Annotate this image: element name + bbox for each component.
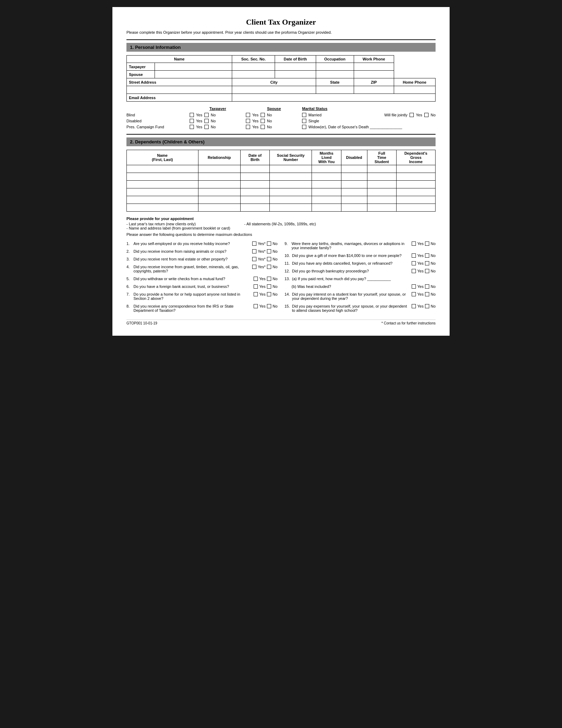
footer-code: GTOP001 10-01-19 bbox=[126, 321, 157, 325]
q3-yes-checkbox[interactable] bbox=[252, 257, 256, 261]
q8-no-checkbox[interactable] bbox=[267, 304, 271, 308]
taxpayer-ssn-input[interactable] bbox=[232, 63, 275, 71]
taxpayer-work-phone-input[interactable] bbox=[354, 63, 394, 71]
work-phone-header: Work Phone bbox=[354, 56, 394, 63]
spouse-label: Spouse bbox=[127, 71, 155, 78]
appointment-section: Please provide for your appointment - La… bbox=[126, 217, 436, 237]
q15-no-checkbox[interactable] bbox=[425, 304, 429, 308]
q8-yes-checkbox[interactable] bbox=[254, 304, 258, 308]
q12-yes-checkbox[interactable] bbox=[412, 269, 416, 273]
wfj-yes-checkbox[interactable] bbox=[410, 113, 414, 117]
q13b-no-checkbox[interactable] bbox=[425, 284, 429, 289]
spouse-pcf-no-checkbox[interactable] bbox=[261, 125, 265, 129]
section-dependents-header: 2. Dependents (Children & Others) bbox=[126, 137, 436, 146]
dep-row-5[interactable] bbox=[127, 196, 436, 204]
email-row: Email Address bbox=[127, 94, 436, 102]
dob-header: Date of Birth bbox=[275, 56, 316, 63]
q2-yes-checkbox[interactable] bbox=[252, 249, 256, 253]
married-checkbox[interactable] bbox=[302, 113, 306, 117]
dep-row-2[interactable] bbox=[127, 173, 436, 181]
q12-no-checkbox[interactable] bbox=[425, 269, 429, 273]
question-12: 12. Did you go through bankruptcy procee… bbox=[285, 269, 436, 273]
q9-no-checkbox[interactable] bbox=[425, 241, 429, 246]
state-input[interactable] bbox=[316, 86, 354, 94]
q7-no-checkbox[interactable] bbox=[267, 292, 271, 296]
spouse-blind-no-checkbox[interactable] bbox=[261, 113, 265, 117]
occupation-header: Occupation bbox=[316, 56, 354, 63]
q4-yes-checkbox[interactable] bbox=[252, 265, 256, 269]
q14-yes-checkbox[interactable] bbox=[412, 292, 416, 296]
spouse-disabled-no-checkbox[interactable] bbox=[261, 119, 265, 123]
home-phone-input[interactable] bbox=[394, 86, 435, 94]
q10-no-checkbox[interactable] bbox=[425, 253, 429, 258]
q10-yes-checkbox[interactable] bbox=[412, 253, 416, 258]
blind-row: Blind Yes No Yes No Married bbox=[126, 113, 436, 117]
address-row: Street Address City State ZIP Home Phone bbox=[127, 78, 436, 86]
taxpayer-blind-yes-checkbox[interactable] bbox=[190, 113, 194, 117]
zip-input[interactable] bbox=[354, 86, 394, 94]
appointment-item-1: - Last year's tax return (new clients on… bbox=[126, 222, 230, 226]
spouse-disabled-yes-checkbox[interactable] bbox=[246, 119, 250, 123]
question-13a: 13. (a) If you paid rent, how much did y… bbox=[285, 277, 436, 281]
dep-row-3[interactable] bbox=[127, 181, 436, 188]
page-title: Client Tax Organizer bbox=[126, 18, 436, 27]
taxpayer-dob-input[interactable] bbox=[275, 63, 316, 71]
q1-yes-checkbox[interactable] bbox=[252, 241, 256, 246]
q11-no-checkbox[interactable] bbox=[425, 261, 429, 265]
questions-right-col: 9. Were there any births, deaths, marria… bbox=[285, 241, 436, 316]
dep-row-6[interactable] bbox=[127, 204, 436, 212]
taxpayer-disabled-yes-checkbox[interactable] bbox=[190, 119, 194, 123]
q6-yes-checkbox[interactable] bbox=[254, 284, 258, 289]
spouse-ssn-input[interactable] bbox=[232, 71, 275, 78]
spouse-blind-yes-checkbox[interactable] bbox=[246, 113, 250, 117]
wfj-no-checkbox[interactable] bbox=[424, 113, 429, 117]
questions-left-col: 1. Are you self-employed or do you recei… bbox=[126, 241, 277, 316]
question-7: 7. Do you provide a home for or help sup… bbox=[126, 292, 277, 301]
q2-no-checkbox[interactable] bbox=[267, 249, 271, 253]
question-14: 14. Did you pay interest on a student lo… bbox=[285, 292, 436, 301]
dep-row-4[interactable] bbox=[127, 188, 436, 196]
q5-no-checkbox[interactable] bbox=[267, 277, 271, 281]
spouse-name-input[interactable] bbox=[155, 71, 232, 78]
email-input[interactable] bbox=[232, 94, 436, 102]
taxpayer-label: Taxpayer bbox=[127, 63, 155, 71]
spouse-row: Spouse bbox=[127, 71, 436, 78]
spouse-dob-input[interactable] bbox=[275, 71, 316, 78]
q4-no-checkbox[interactable] bbox=[267, 265, 271, 269]
address-input-row bbox=[127, 86, 436, 94]
q15-yes-checkbox[interactable] bbox=[412, 304, 416, 308]
q7-yes-checkbox[interactable] bbox=[254, 292, 258, 296]
spouse-pcf-yes-checkbox[interactable] bbox=[246, 125, 250, 129]
q3-no-checkbox[interactable] bbox=[267, 257, 271, 261]
q11-yes-checkbox[interactable] bbox=[412, 261, 416, 265]
taxpayer-occupation-input[interactable] bbox=[316, 63, 354, 71]
q9-yes-checkbox[interactable] bbox=[412, 241, 416, 246]
appointment-left: - Last year's tax return (new clients on… bbox=[126, 222, 230, 230]
spouse-work-phone-input[interactable] bbox=[354, 71, 394, 78]
street-address-input[interactable] bbox=[127, 86, 232, 94]
taxpayer-col-header: Taxpayer bbox=[190, 107, 246, 111]
q5-yes-checkbox[interactable] bbox=[254, 277, 258, 281]
question-1: 1. Are you self-employed or do you recei… bbox=[126, 241, 277, 246]
taxpayer-name-input[interactable] bbox=[155, 63, 232, 71]
marital-section: Married Will file jointly Yes No bbox=[302, 113, 436, 117]
question-5: 5. Did you withdraw or write checks from… bbox=[126, 277, 277, 281]
page: Client Tax Organizer Please complete thi… bbox=[112, 7, 450, 336]
widower-checkbox[interactable] bbox=[302, 125, 306, 129]
will-file-jointly-label: Will file jointly bbox=[384, 113, 407, 117]
spouse-occupation-input[interactable] bbox=[316, 71, 354, 78]
taxpayer-pcf-group: Yes No bbox=[190, 125, 246, 129]
q6-no-checkbox[interactable] bbox=[267, 284, 271, 289]
taxpayer-blind-no-checkbox[interactable] bbox=[204, 113, 209, 117]
taxpayer-pcf-no-checkbox[interactable] bbox=[204, 125, 209, 129]
single-checkbox[interactable] bbox=[302, 119, 306, 123]
q1-no-checkbox[interactable] bbox=[267, 241, 271, 246]
q14-no-checkbox[interactable] bbox=[425, 292, 429, 296]
q13b-yes-checkbox[interactable] bbox=[412, 284, 416, 289]
taxpayer-pcf-yes-checkbox[interactable] bbox=[190, 125, 194, 129]
section-personal-header: 1. Personal Information bbox=[126, 43, 436, 52]
dep-row-1[interactable] bbox=[127, 165, 436, 173]
taxpayer-disabled-group: Yes No bbox=[190, 119, 246, 123]
city-input[interactable] bbox=[232, 86, 316, 94]
taxpayer-disabled-no-checkbox[interactable] bbox=[204, 119, 209, 123]
